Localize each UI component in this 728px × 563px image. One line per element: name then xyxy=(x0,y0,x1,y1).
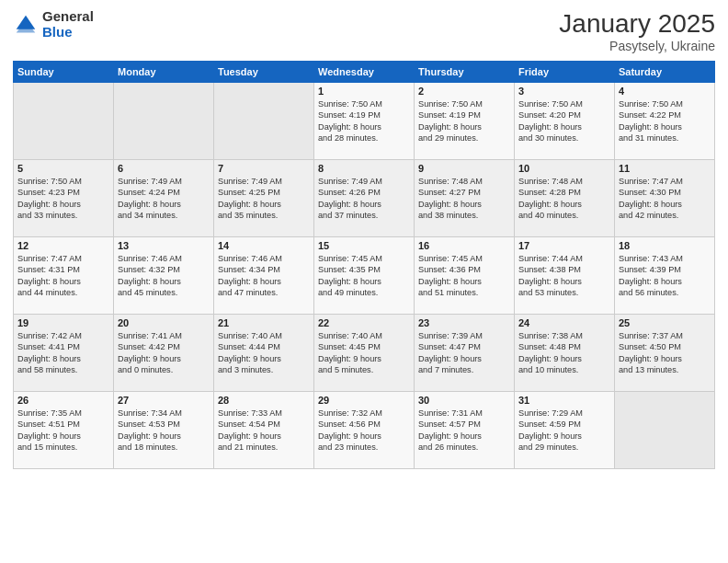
day-info: Sunrise: 7:47 AM Sunset: 4:31 PM Dayligh… xyxy=(17,253,109,299)
week-row-1: 1Sunrise: 7:50 AM Sunset: 4:19 PM Daylig… xyxy=(14,83,715,160)
day-number: 31 xyxy=(518,395,610,406)
day-info: Sunrise: 7:35 AM Sunset: 4:51 PM Dayligh… xyxy=(17,408,109,454)
logo: General Blue xyxy=(13,9,94,40)
day-info: Sunrise: 7:46 AM Sunset: 4:34 PM Dayligh… xyxy=(218,253,310,299)
day-number: 8 xyxy=(318,163,410,174)
day-cell: 9Sunrise: 7:48 AM Sunset: 4:27 PM Daylig… xyxy=(415,160,515,237)
day-number: 17 xyxy=(518,240,610,251)
day-info: Sunrise: 7:46 AM Sunset: 4:32 PM Dayligh… xyxy=(118,253,210,299)
day-info: Sunrise: 7:31 AM Sunset: 4:57 PM Dayligh… xyxy=(418,408,510,454)
day-cell: 11Sunrise: 7:47 AM Sunset: 4:30 PM Dayli… xyxy=(615,160,715,237)
logo-blue: Blue xyxy=(42,25,94,40)
day-number: 23 xyxy=(418,317,510,328)
day-info: Sunrise: 7:48 AM Sunset: 4:27 PM Dayligh… xyxy=(418,176,510,222)
day-info: Sunrise: 7:41 AM Sunset: 4:42 PM Dayligh… xyxy=(118,330,210,376)
day-cell: 24Sunrise: 7:38 AM Sunset: 4:48 PM Dayli… xyxy=(515,315,615,392)
day-info: Sunrise: 7:49 AM Sunset: 4:25 PM Dayligh… xyxy=(218,176,310,222)
week-row-5: 26Sunrise: 7:35 AM Sunset: 4:51 PM Dayli… xyxy=(14,392,715,469)
day-cell: 28Sunrise: 7:33 AM Sunset: 4:54 PM Dayli… xyxy=(214,392,314,469)
day-number: 26 xyxy=(17,395,109,406)
day-cell: 1Sunrise: 7:50 AM Sunset: 4:19 PM Daylig… xyxy=(314,83,415,160)
day-number: 3 xyxy=(518,86,610,97)
day-cell: 2Sunrise: 7:50 AM Sunset: 4:19 PM Daylig… xyxy=(415,83,515,160)
header: General Blue January 2025 Pasytsely, Ukr… xyxy=(13,9,715,53)
day-number: 7 xyxy=(218,163,310,174)
day-info: Sunrise: 7:50 AM Sunset: 4:19 PM Dayligh… xyxy=(418,98,510,144)
weekday-header-saturday: Saturday xyxy=(615,62,715,83)
day-number: 29 xyxy=(318,395,410,406)
day-cell: 31Sunrise: 7:29 AM Sunset: 4:59 PM Dayli… xyxy=(515,392,615,469)
logo-icon xyxy=(13,12,39,38)
day-cell: 5Sunrise: 7:50 AM Sunset: 4:23 PM Daylig… xyxy=(14,160,114,237)
day-info: Sunrise: 7:45 AM Sunset: 4:36 PM Dayligh… xyxy=(418,253,510,299)
day-info: Sunrise: 7:32 AM Sunset: 4:56 PM Dayligh… xyxy=(318,408,410,454)
day-info: Sunrise: 7:39 AM Sunset: 4:47 PM Dayligh… xyxy=(418,330,510,376)
day-cell xyxy=(114,83,214,160)
day-cell: 4Sunrise: 7:50 AM Sunset: 4:22 PM Daylig… xyxy=(615,83,715,160)
weekday-header-sunday: Sunday xyxy=(14,62,114,83)
day-info: Sunrise: 7:49 AM Sunset: 4:24 PM Dayligh… xyxy=(118,176,210,222)
day-info: Sunrise: 7:44 AM Sunset: 4:38 PM Dayligh… xyxy=(518,253,610,299)
day-number: 15 xyxy=(318,240,410,251)
day-info: Sunrise: 7:47 AM Sunset: 4:30 PM Dayligh… xyxy=(619,176,711,222)
day-cell: 19Sunrise: 7:42 AM Sunset: 4:41 PM Dayli… xyxy=(14,315,114,392)
day-info: Sunrise: 7:45 AM Sunset: 4:35 PM Dayligh… xyxy=(318,253,410,299)
day-info: Sunrise: 7:48 AM Sunset: 4:28 PM Dayligh… xyxy=(518,176,610,222)
day-number: 6 xyxy=(118,163,210,174)
day-info: Sunrise: 7:34 AM Sunset: 4:53 PM Dayligh… xyxy=(118,408,210,454)
logo-text: General Blue xyxy=(42,9,94,40)
day-cell: 18Sunrise: 7:43 AM Sunset: 4:39 PM Dayli… xyxy=(615,237,715,315)
logo-general: General xyxy=(42,9,94,25)
day-cell: 12Sunrise: 7:47 AM Sunset: 4:31 PM Dayli… xyxy=(14,237,114,315)
title-block: January 2025 Pasytsely, Ukraine xyxy=(559,9,715,53)
week-row-2: 5Sunrise: 7:50 AM Sunset: 4:23 PM Daylig… xyxy=(14,160,715,237)
month-title: January 2025 xyxy=(559,9,715,39)
day-cell: 20Sunrise: 7:41 AM Sunset: 4:42 PM Dayli… xyxy=(114,315,214,392)
day-cell: 27Sunrise: 7:34 AM Sunset: 4:53 PM Dayli… xyxy=(114,392,214,469)
day-info: Sunrise: 7:38 AM Sunset: 4:48 PM Dayligh… xyxy=(518,330,610,376)
day-number: 18 xyxy=(619,240,711,251)
day-cell: 7Sunrise: 7:49 AM Sunset: 4:25 PM Daylig… xyxy=(214,160,314,237)
day-info: Sunrise: 7:40 AM Sunset: 4:45 PM Dayligh… xyxy=(318,330,410,376)
day-number: 30 xyxy=(418,395,510,406)
day-info: Sunrise: 7:43 AM Sunset: 4:39 PM Dayligh… xyxy=(619,253,711,299)
day-number: 22 xyxy=(318,317,410,328)
weekday-header-wednesday: Wednesday xyxy=(314,62,415,83)
day-info: Sunrise: 7:42 AM Sunset: 4:41 PM Dayligh… xyxy=(17,330,109,376)
day-number: 28 xyxy=(218,395,310,406)
day-number: 11 xyxy=(619,163,711,174)
day-info: Sunrise: 7:49 AM Sunset: 4:26 PM Dayligh… xyxy=(318,176,410,222)
day-number: 9 xyxy=(418,163,510,174)
day-info: Sunrise: 7:50 AM Sunset: 4:19 PM Dayligh… xyxy=(318,98,410,144)
weekday-header-friday: Friday xyxy=(515,62,615,83)
day-cell: 22Sunrise: 7:40 AM Sunset: 4:45 PM Dayli… xyxy=(314,315,415,392)
calendar: SundayMondayTuesdayWednesdayThursdayFrid… xyxy=(13,61,715,469)
day-info: Sunrise: 7:37 AM Sunset: 4:50 PM Dayligh… xyxy=(619,330,711,376)
day-number: 24 xyxy=(518,317,610,328)
weekday-header-tuesday: Tuesday xyxy=(214,62,314,83)
day-cell xyxy=(14,83,114,160)
day-number: 1 xyxy=(318,86,410,97)
day-cell: 23Sunrise: 7:39 AM Sunset: 4:47 PM Dayli… xyxy=(415,315,515,392)
location: Pasytsely, Ukraine xyxy=(559,39,715,53)
weekday-header-monday: Monday xyxy=(114,62,214,83)
day-number: 13 xyxy=(118,240,210,251)
day-number: 2 xyxy=(418,86,510,97)
day-number: 27 xyxy=(118,395,210,406)
day-number: 16 xyxy=(418,240,510,251)
weekday-header-thursday: Thursday xyxy=(415,62,515,83)
calendar-header: SundayMondayTuesdayWednesdayThursdayFrid… xyxy=(14,62,715,83)
day-number: 14 xyxy=(218,240,310,251)
day-cell: 8Sunrise: 7:49 AM Sunset: 4:26 PM Daylig… xyxy=(314,160,415,237)
day-cell: 26Sunrise: 7:35 AM Sunset: 4:51 PM Dayli… xyxy=(14,392,114,469)
day-cell: 17Sunrise: 7:44 AM Sunset: 4:38 PM Dayli… xyxy=(515,237,615,315)
day-info: Sunrise: 7:29 AM Sunset: 4:59 PM Dayligh… xyxy=(518,408,610,454)
day-number: 4 xyxy=(619,86,711,97)
week-row-4: 19Sunrise: 7:42 AM Sunset: 4:41 PM Dayli… xyxy=(14,315,715,392)
weekday-row: SundayMondayTuesdayWednesdayThursdayFrid… xyxy=(14,62,715,83)
day-info: Sunrise: 7:50 AM Sunset: 4:22 PM Dayligh… xyxy=(619,98,711,144)
day-cell: 25Sunrise: 7:37 AM Sunset: 4:50 PM Dayli… xyxy=(615,315,715,392)
day-number: 5 xyxy=(17,163,109,174)
day-cell xyxy=(214,83,314,160)
day-cell: 30Sunrise: 7:31 AM Sunset: 4:57 PM Dayli… xyxy=(415,392,515,469)
